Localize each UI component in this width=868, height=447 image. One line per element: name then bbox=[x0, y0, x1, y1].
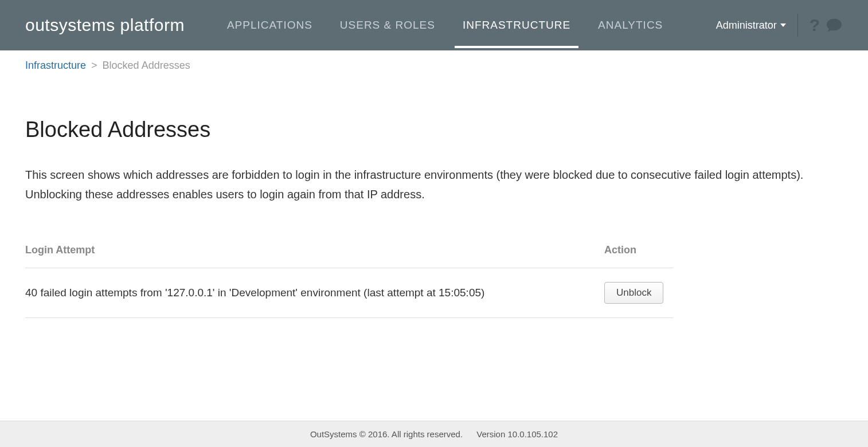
breadcrumb-parent[interactable]: Infrastructure bbox=[25, 60, 86, 71]
feedback-icon[interactable] bbox=[826, 18, 843, 33]
breadcrumb-current: Blocked Addresses bbox=[103, 60, 190, 71]
unblock-button[interactable]: Unblock bbox=[604, 282, 663, 304]
caret-down-icon bbox=[780, 23, 786, 27]
user-menu[interactable]: Administrator bbox=[716, 19, 786, 32]
attempt-text: 40 failed login attempts from '127.0.0.1… bbox=[25, 268, 604, 318]
breadcrumb: Infrastructure > Blocked Addresses bbox=[25, 60, 843, 72]
topbar-right: Administrator ? bbox=[716, 14, 843, 37]
nav-analytics[interactable]: ANALYTICS bbox=[584, 0, 677, 50]
col-login-attempt: Login Attempt bbox=[25, 238, 604, 268]
user-name: Administrator bbox=[716, 19, 777, 32]
page-description: This screen shows which addresses are fo… bbox=[25, 165, 834, 204]
main-nav: APPLICATIONS USERS & ROLES INFRASTRUCTUR… bbox=[213, 0, 716, 50]
divider bbox=[797, 14, 798, 37]
col-action: Action bbox=[604, 238, 673, 268]
logo: outsystems platform bbox=[25, 15, 185, 35]
help-icon[interactable]: ? bbox=[810, 15, 820, 35]
content: Infrastructure > Blocked Addresses Block… bbox=[0, 50, 868, 341]
nav-infrastructure[interactable]: INFRASTRUCTURE bbox=[449, 0, 584, 50]
page-title: Blocked Addresses bbox=[25, 117, 843, 142]
breadcrumb-separator: > bbox=[91, 60, 97, 71]
table-row: 40 failed login attempts from '127.0.0.1… bbox=[25, 268, 673, 318]
nav-users-roles[interactable]: USERS & ROLES bbox=[326, 0, 449, 50]
nav-applications[interactable]: APPLICATIONS bbox=[213, 0, 326, 50]
blocked-addresses-table: Login Attempt Action 40 failed login att… bbox=[25, 238, 673, 318]
topbar: outsystems platform APPLICATIONS USERS &… bbox=[0, 0, 868, 50]
